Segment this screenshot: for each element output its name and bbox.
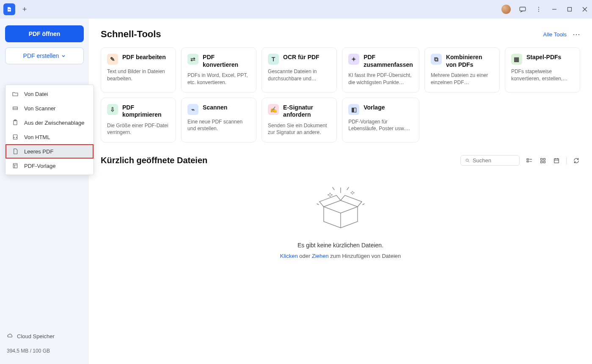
cloud-storage-label: Cloud Speicher — [17, 333, 55, 339]
blank-file-icon — [11, 148, 19, 155]
tool-card[interactable]: ⧉Kombinieren von PDFsMehrere Dateien zu … — [424, 47, 500, 93]
tool-desc: Senden Sie ein Dokument zur Signatur an … — [268, 122, 330, 137]
menu-label: Von HTML — [24, 134, 50, 140]
menu-from-file[interactable]: Von Datei — [6, 87, 94, 101]
tool-title: PDF zusammenfassen — [363, 54, 413, 68]
empty-state: Es gibt keine kürzlichen Dateien. Klicke… — [101, 171, 580, 259]
storage-usage: 394,5 MB / 100 GB — [7, 348, 82, 354]
svg-rect-14 — [13, 135, 17, 140]
tool-icon: ⇄ — [187, 54, 198, 65]
tool-icon: T — [268, 54, 279, 65]
tools-grid: ✎PDF bearbeitenText und Bilder in Dateie… — [101, 47, 580, 142]
tool-title: Stapel-PDFs — [526, 54, 561, 61]
search-icon — [465, 158, 470, 164]
create-pdf-dropdown: Von Datei Von Scanner Aus der Zwischenab… — [5, 85, 94, 175]
tool-icon: ⌁ — [187, 104, 198, 115]
search-input[interactable] — [473, 157, 515, 164]
recent-files-title: Kürzlich geöffnete Dateien — [101, 156, 207, 165]
empty-text: Es gibt keine kürzlichen Dateien. — [297, 242, 383, 249]
menu-label: Leeres PDF — [24, 148, 53, 155]
tool-desc: Text und Bilder in Dateien bearbeiten. — [107, 68, 170, 82]
template-icon — [11, 162, 19, 170]
tool-title: OCR für PDF — [283, 54, 319, 61]
tool-desc: Mehrere Dateien zu einer einzelnen PDF z… — [431, 72, 493, 86]
menu-dots-icon[interactable] — [534, 5, 543, 14]
tool-icon: ✍ — [268, 104, 279, 115]
svg-rect-21 — [541, 161, 542, 163]
tool-desc: Gescannte Dateien in durchsuchbare und b… — [268, 68, 330, 82]
tool-icon: ✦ — [348, 54, 359, 65]
tool-icon: ✎ — [107, 54, 118, 65]
feedback-icon[interactable] — [518, 5, 527, 14]
app-logo — [3, 3, 15, 15]
close-button[interactable] — [581, 5, 589, 13]
svg-rect-19 — [541, 158, 542, 160]
titlebar: + — [0, 0, 592, 19]
svg-rect-22 — [543, 161, 545, 163]
tool-desc: PDFs in Word, Excel, PPT, etc. konvertie… — [187, 72, 250, 86]
menu-from-html[interactable]: Von HTML — [6, 130, 94, 144]
menu-from-clipboard[interactable]: Aus der Zwischenablage — [6, 115, 94, 130]
scanner-icon — [11, 104, 19, 112]
search-box[interactable] — [460, 155, 520, 166]
tool-title: Kombinieren von PDFs — [446, 54, 493, 68]
tool-title: PDF konvertieren — [203, 54, 250, 68]
cloud-icon — [7, 332, 14, 340]
tool-card[interactable]: ✦PDF zusammenfassenKI fasst Ihre PDF-Übe… — [342, 47, 419, 93]
create-pdf-button[interactable]: PDF erstellen — [5, 47, 84, 64]
open-pdf-button[interactable]: PDF öffnen — [5, 25, 84, 42]
svg-rect-18 — [527, 161, 529, 162]
view-list-icon[interactable] — [526, 157, 533, 164]
tool-icon: ◧ — [348, 104, 359, 115]
html-icon — [11, 133, 19, 141]
tool-desc: Die Größe einer PDF-Datei verringern. — [107, 122, 170, 137]
tool-card[interactable]: ⌁ScannenEine neue PDF scannen und erstel… — [181, 98, 256, 143]
tool-card[interactable]: ⇄PDF konvertierenPDFs in Word, Excel, PP… — [181, 47, 256, 93]
tool-title: PDF komprimieren — [122, 104, 170, 119]
menu-from-scanner[interactable]: Von Scanner — [6, 101, 94, 115]
cloud-storage-row[interactable]: Cloud Speicher — [7, 332, 82, 340]
view-grid-icon[interactable] — [539, 157, 547, 164]
create-pdf-label: PDF erstellen — [23, 52, 59, 59]
svg-rect-15 — [13, 164, 17, 168]
tool-card[interactable]: ✍E-Signatur anfordernSenden Sie ein Doku… — [262, 98, 337, 143]
svg-rect-0 — [8, 9, 10, 10]
chevron-down-icon — [61, 54, 66, 58]
svg-rect-23 — [554, 159, 559, 163]
more-dots-icon[interactable]: ⋯ — [573, 30, 580, 39]
menu-label: Aus der Zwischenablage — [24, 120, 84, 126]
menu-label: PDF-Vorlage — [24, 163, 55, 169]
svg-point-3 — [538, 9, 539, 10]
menu-label: Von Datei — [24, 91, 48, 97]
svg-point-2 — [538, 7, 539, 8]
tool-card[interactable]: TOCR für PDFGescannte Dateien in durchsu… — [262, 47, 337, 93]
tool-desc: PDF-Vorlagen für Lebensläufe, Poster usw… — [348, 118, 413, 133]
avatar[interactable] — [501, 5, 511, 14]
refresh-icon[interactable] — [573, 157, 580, 164]
tool-card[interactable]: ⇩PDF komprimierenDie Größe einer PDF-Dat… — [101, 98, 176, 143]
tool-desc: Eine neue PDF scannen und erstellen. — [187, 118, 250, 133]
all-tools-link[interactable]: Alle Tools — [543, 31, 567, 38]
minimize-button[interactable] — [551, 5, 558, 13]
tool-card[interactable]: ✎PDF bearbeitenText und Bilder in Dateie… — [101, 47, 176, 93]
svg-point-4 — [538, 11, 539, 12]
tool-card[interactable]: ▦Stapel-PDFsPDFs stapelweise konvertiere… — [505, 47, 580, 93]
view-date-icon[interactable] — [553, 157, 560, 164]
svg-rect-6 — [568, 8, 572, 11]
click-link[interactable]: Klicken — [280, 253, 298, 259]
tool-icon: ▦ — [511, 54, 522, 65]
tool-card[interactable]: ◧VorlagePDF-Vorlagen für Lebensläufe, Po… — [342, 98, 419, 143]
svg-rect-1 — [520, 7, 526, 11]
tool-title: Scannen — [203, 104, 227, 112]
tool-title: Vorlage — [363, 104, 385, 112]
sidebar-footer: Cloud Speicher 394,5 MB / 100 GB — [5, 329, 84, 357]
new-tab-button[interactable]: + — [19, 3, 30, 15]
drag-link[interactable]: Ziehen — [312, 253, 329, 259]
menu-pdf-template[interactable]: PDF-Vorlage — [6, 159, 94, 173]
tool-desc: KI fasst Ihre PDF-Übersicht, die wichtig… — [348, 72, 413, 86]
menu-blank-pdf[interactable]: Leeres PDF — [6, 144, 94, 159]
maximize-button[interactable] — [566, 5, 573, 13]
tool-title: E-Signatur anfordern — [283, 104, 330, 119]
main-content: Schnell-Tools Alle Tools ⋯ ✎PDF bearbeit… — [89, 19, 592, 364]
svg-point-16 — [466, 159, 468, 161]
